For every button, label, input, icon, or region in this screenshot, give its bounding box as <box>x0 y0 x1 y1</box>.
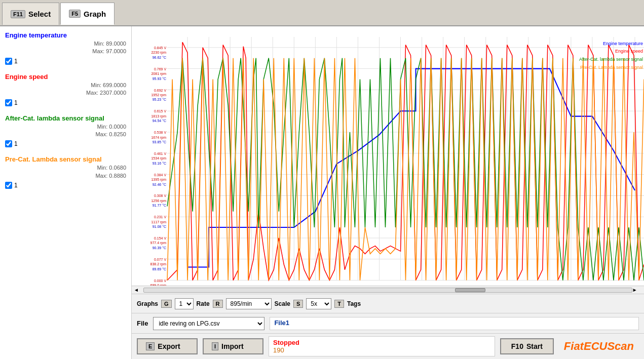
svg-text:0.384 V: 0.384 V <box>154 173 166 177</box>
sensor-after-cat: After-Cat. lambda sensor signal Min: 0.0… <box>5 114 126 148</box>
start-button[interactable]: F10 Start <box>500 338 554 354</box>
sensor-after-cat-checkbox[interactable] <box>5 140 12 147</box>
file-info: File1 <box>270 317 639 330</box>
svg-text:0.000 V: 0.000 V <box>154 279 166 283</box>
svg-text:1395 rpm: 1395 rpm <box>151 178 166 182</box>
svg-text:1813 rpm: 1813 rpm <box>151 114 166 118</box>
logo: FiatECUScan <box>559 340 639 353</box>
graphs-select[interactable]: 1 2 3 4 <box>175 298 194 309</box>
right-panel: 0.845 V 0.769 V 0.692 V 0.615 V 0.538 V … <box>132 26 644 359</box>
scrollbar-track[interactable] <box>143 288 632 293</box>
svg-text:2230 rpm: 2230 rpm <box>151 51 166 55</box>
sensor-after-cat-check[interactable]: 1 <box>5 140 126 147</box>
start-key-badge: F10 <box>511 342 523 350</box>
svg-text:91.08 °C: 91.08 °C <box>153 225 166 229</box>
svg-text:1952 rpm: 1952 rpm <box>151 93 166 97</box>
tags-label: Tags <box>347 300 361 307</box>
svg-text:94.54 °C: 94.54 °C <box>153 119 166 123</box>
chart-svg: 0.845 V 0.769 V 0.692 V 0.615 V 0.538 V … <box>132 26 644 286</box>
sensor-pre-cat-min: Min: 0.0680 <box>5 164 126 172</box>
graphs-key-btn[interactable]: G <box>161 300 172 308</box>
header-tabs: F11 Select F5 Graph <box>0 0 644 26</box>
svg-text:1256 rpm: 1256 rpm <box>151 199 166 203</box>
sensor-pre-cat-max: Max: 0.8880 <box>5 172 126 180</box>
chart-scrollbar[interactable]: ◄ ► <box>132 286 644 294</box>
sensor-engine-speed-checkbox[interactable] <box>5 99 12 106</box>
import-label: Import <box>221 342 244 350</box>
scroll-right-btn[interactable]: ► <box>632 287 642 293</box>
sensor-engine-speed-check[interactable]: 1 <box>5 99 126 106</box>
export-key-badge: E <box>146 342 155 350</box>
svg-text:0.538 V: 0.538 V <box>154 131 166 135</box>
select-tab-label: Select <box>28 10 51 18</box>
scale-select[interactable]: 5x 1x 2x 10x <box>306 298 331 309</box>
sensor-engine-temp-title: Engine temperature <box>5 31 126 39</box>
export-button[interactable]: E Export <box>137 338 198 354</box>
sensor-engine-speed-value: 1 <box>14 99 18 106</box>
scale-label: Scale <box>275 300 290 307</box>
sensor-after-cat-value: 1 <box>14 140 18 147</box>
tab-graph[interactable]: F5 Graph <box>60 3 115 25</box>
sensor-engine-speed-max: Max: 2307.0000 <box>5 89 126 97</box>
sensor-pre-cat-check[interactable]: 1 <box>5 182 126 189</box>
status-count: 190 <box>273 346 490 354</box>
svg-text:95.23 °C: 95.23 °C <box>153 98 166 102</box>
status-text: Stopped <box>273 339 490 346</box>
scroll-left-btn[interactable]: ◄ <box>134 287 143 293</box>
svg-text:0.231 V: 0.231 V <box>154 215 166 219</box>
sensor-engine-temp-checkbox[interactable] <box>5 58 12 65</box>
svg-text:977.4 rpm: 977.4 rpm <box>150 241 167 245</box>
rate-label: Rate <box>197 300 210 307</box>
sensor-engine-speed-min: Min: 699.0000 <box>5 82 126 89</box>
svg-text:95.93 °C: 95.93 °C <box>153 76 166 81</box>
sensor-engine-temp-value: 1 <box>14 58 18 65</box>
sensor-after-cat-max: Max: 0.8250 <box>5 131 126 138</box>
file-label: File <box>137 320 148 327</box>
svg-text:699.0 rpm: 699.0 rpm <box>150 284 167 286</box>
tab-select[interactable]: F11 Select <box>2 3 59 25</box>
select-key-badge: F11 <box>11 10 25 18</box>
svg-text:0.769 V: 0.769 V <box>154 67 166 71</box>
sensor-after-cat-title: After-Cat. lambda sensor signal <box>5 114 126 122</box>
graph-key-badge: F5 <box>69 10 81 18</box>
tags-key-btn[interactable]: T <box>334 300 344 308</box>
svg-text:96.62 °C: 96.62 °C <box>153 56 166 60</box>
svg-text:Engine speed: Engine speed <box>615 49 643 54</box>
sensor-pre-cat: Pre-Cat. Lambda sensor signal Min: 0.068… <box>5 155 126 189</box>
scale-key-btn[interactable]: S <box>293 300 303 308</box>
sensor-engine-temp: Engine temperature Min: 89.0000 Max: 97.… <box>5 31 126 65</box>
svg-text:0.154 V: 0.154 V <box>154 236 166 241</box>
svg-text:Pre-Cat. Lambda sensor signal: Pre-Cat. Lambda sensor signal <box>580 64 643 69</box>
svg-text:91.77 °C: 91.77 °C <box>153 204 166 208</box>
svg-text:1674 rpm: 1674 rpm <box>151 135 166 139</box>
file-row: File idle reving on LPG.csv File1 <box>132 313 644 334</box>
graphs-label: Graphs <box>137 300 158 307</box>
sensor-engine-speed: Engine speed Min: 699.0000 Max: 2307.000… <box>5 73 126 106</box>
svg-text:838.2 rpm: 838.2 rpm <box>150 262 167 266</box>
svg-text:92.46 °C: 92.46 °C <box>153 182 166 186</box>
sensor-after-cat-min: Min: 0.0000 <box>5 123 126 131</box>
sensor-pre-cat-checkbox[interactable] <box>5 182 12 189</box>
sensor-engine-temp-check[interactable]: 1 <box>5 58 126 65</box>
scrollbar-thumb[interactable] <box>455 288 485 292</box>
svg-text:0.308 V: 0.308 V <box>154 194 166 198</box>
status-area: Stopped 190 <box>269 336 495 356</box>
svg-text:0.615 V: 0.615 V <box>154 109 166 113</box>
svg-text:1117 rpm: 1117 rpm <box>151 220 166 224</box>
import-key-badge: I <box>212 342 218 350</box>
sensor-pre-cat-value: 1 <box>14 182 18 189</box>
svg-text:89.69 °C: 89.69 °C <box>153 267 166 271</box>
file-select[interactable]: idle reving on LPG.csv <box>153 317 264 330</box>
chart-area[interactable]: 0.845 V 0.769 V 0.692 V 0.615 V 0.538 V … <box>132 26 644 286</box>
graph-tab-label: Graph <box>84 10 106 18</box>
import-button[interactable]: I Import <box>203 338 263 354</box>
rate-key-btn[interactable]: R <box>213 300 223 308</box>
rate-select[interactable]: 895/min 500/min 1000/min <box>226 298 272 309</box>
controls-row: Graphs G 1 2 3 4 Rate R 895/min 500/min … <box>132 294 644 313</box>
svg-text:0.692 V: 0.692 V <box>154 88 166 92</box>
start-label: Start <box>526 342 543 350</box>
sensor-engine-temp-max: Max: 97.0000 <box>5 48 126 55</box>
export-label: Export <box>158 342 180 350</box>
svg-text:Engine temperature: Engine temperature <box>603 41 643 46</box>
svg-text:2081 rpm: 2081 rpm <box>151 72 166 76</box>
